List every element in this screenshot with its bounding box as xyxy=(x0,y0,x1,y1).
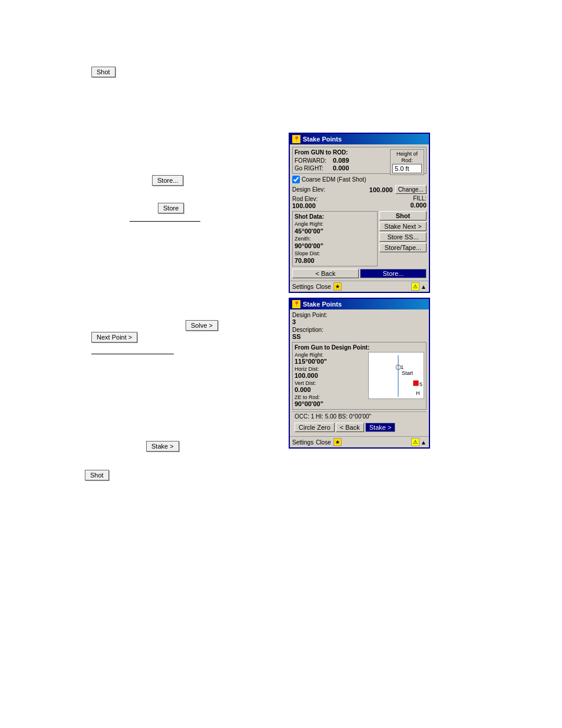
slope-dist-label: Slope Dist: xyxy=(295,251,375,256)
stake-points-window-2: 📍 Stake Points Design Point: 3 Descripti… xyxy=(289,298,430,449)
alert-icon-1: ⚠ xyxy=(411,282,419,291)
map-view: 1 Start 5 H xyxy=(368,352,424,399)
divider-line-2 xyxy=(91,354,174,354)
design-point-label: Design Point: xyxy=(292,312,427,318)
alert-icon-2: ⚠ xyxy=(411,438,419,446)
change-button[interactable]: Change... xyxy=(395,185,427,194)
design-elev-value: 100.000 xyxy=(369,186,393,193)
angle-right-value1: 45°00'00" xyxy=(295,228,375,235)
height-rod-input[interactable] xyxy=(392,164,422,173)
window1-icon: 📍 xyxy=(292,135,300,143)
settings-label-2[interactable]: Settings xyxy=(292,439,313,446)
height-rod-label2: Rod: xyxy=(392,157,422,164)
close-label-1[interactable]: Close xyxy=(316,284,331,290)
zenith-label: Zenith: xyxy=(295,236,375,242)
occ-bar: OCC: 1 HI: 5.00 BS: 0°00'00" xyxy=(292,411,427,421)
angle-right-label-2: Angle Right: xyxy=(295,352,366,358)
vert-dist-label: Vert Dist: xyxy=(295,380,366,386)
back-btn-1[interactable]: < Back xyxy=(292,269,359,278)
window1-titlebar: 📍 Stake Points xyxy=(290,134,429,144)
design-elev-label: Design Elev: xyxy=(292,186,369,193)
stake-button[interactable]: Stake > xyxy=(146,441,179,452)
occ-text: OCC: 1 HI: 5.00 BS: 0°00'00" xyxy=(295,413,371,420)
design-point-value: 3 xyxy=(292,318,427,325)
go-right-label: Go RIGHT: xyxy=(295,165,333,172)
ze-to-rod-value: 90°00'00" xyxy=(295,400,366,407)
go-right-value: 0.000 xyxy=(333,164,349,172)
svg-rect-4 xyxy=(414,381,418,386)
angle-right-value-2: 115°00'00" xyxy=(295,358,366,365)
window2-icon: 📍 xyxy=(292,300,300,308)
coarse-edm-checkbox[interactable] xyxy=(292,176,300,183)
rod-elev-value: 100.000 xyxy=(292,202,410,209)
next-point-button[interactable]: Next Point > xyxy=(91,332,137,342)
svg-text:Start: Start xyxy=(402,370,414,376)
scroll-arrow-2[interactable]: ▲ xyxy=(421,439,427,446)
close-label-2[interactable]: Close xyxy=(316,439,331,446)
angle-right-label1: Angle Right: xyxy=(295,221,375,227)
circle-zero-btn[interactable]: Circle Zero xyxy=(295,423,335,432)
from-gun-label-2: From Gun to Design Point: xyxy=(295,344,424,351)
description-value: SS xyxy=(292,333,427,340)
window1-statusbar: Settings Close ★ ⚠ ▲ xyxy=(290,281,429,292)
solve-button[interactable]: Solve > xyxy=(186,320,218,331)
rod-elev-label: Rod Elev: xyxy=(292,196,318,202)
zenith-value: 90°00'00" xyxy=(295,242,375,249)
fill-label: FILL: xyxy=(410,195,427,202)
shot-top-button[interactable]: Shot xyxy=(91,67,115,77)
divider-line-1 xyxy=(130,221,200,222)
height-rod-label1: Height of xyxy=(392,151,422,157)
window2-titlebar: 📍 Stake Points xyxy=(290,299,429,309)
shot-data-label: Shot Data: xyxy=(295,213,375,220)
window2-title: Stake Points xyxy=(303,301,342,308)
store-ss-btn[interactable]: Store SS... xyxy=(379,232,427,242)
svg-text:1: 1 xyxy=(401,364,404,370)
back-btn-2[interactable]: < Back xyxy=(336,423,364,432)
forward-value: 0.089 xyxy=(333,157,349,164)
coarse-edm-label: Coarse EDM (Fast Shot) xyxy=(302,176,366,183)
fill-value: 0.000 xyxy=(410,202,427,209)
stake-btn[interactable]: Stake > xyxy=(365,423,396,432)
store-dots-button[interactable]: Store... xyxy=(152,175,183,186)
shot-bottom-button[interactable]: Shot xyxy=(85,470,109,480)
shot-btn-1[interactable]: Shot xyxy=(379,211,427,220)
scroll-arrow-1[interactable]: ▲ xyxy=(421,284,427,290)
stake-next-btn[interactable]: Stake Next > xyxy=(379,222,427,231)
stake-points-window-1: 📍 Stake Points From GUN to ROD: FORWARD:… xyxy=(289,133,430,293)
forward-label: FORWARD: xyxy=(295,157,333,164)
star-icon-2[interactable]: ★ xyxy=(333,438,342,446)
settings-label-1[interactable]: Settings xyxy=(292,284,313,290)
window1-title: Stake Points xyxy=(303,136,342,143)
svg-text:H: H xyxy=(416,390,420,396)
star-icon-1[interactable]: ★ xyxy=(333,282,342,291)
slope-dist-value: 70.800 xyxy=(295,257,375,264)
horiz-dist-label: Horiz Dist: xyxy=(295,366,366,372)
store-tape-btn[interactable]: Store/Tape... xyxy=(379,243,427,252)
vert-dist-value: 0.000 xyxy=(295,386,366,393)
svg-text:5: 5 xyxy=(419,381,422,387)
description-label: Description: xyxy=(292,327,427,333)
window2-statusbar: Settings Close ★ ⚠ ▲ xyxy=(290,436,429,447)
horiz-dist-value: 100.000 xyxy=(295,372,366,379)
store-btn-1[interactable]: Store... xyxy=(360,269,427,278)
store-button[interactable]: Store xyxy=(158,203,184,213)
ze-to-rod-label: ZE to Rod: xyxy=(295,394,366,400)
